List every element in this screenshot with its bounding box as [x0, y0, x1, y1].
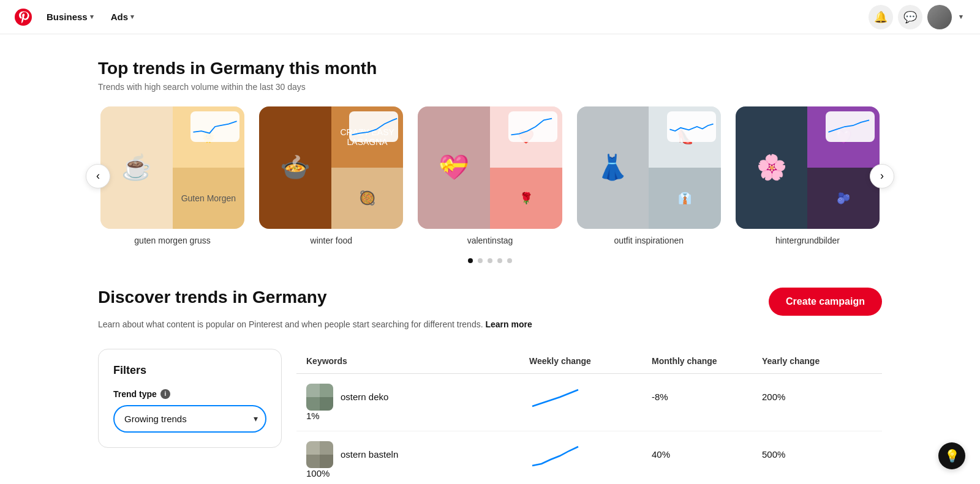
table-row-2[interactable]: ostern basteln 40% 500% 100%	[296, 431, 882, 484]
trend-card-2[interactable]: 🍲 CRAZY EASY LASAGNA 🥘 winter food	[259, 106, 403, 246]
dot-4[interactable]	[497, 258, 502, 263]
top-trends-title: Top trends in Germany this month	[98, 59, 882, 78]
dot-3[interactable]	[488, 258, 492, 263]
keyword-cell-1: ostern deko	[306, 384, 529, 411]
trend-card-1[interactable]: ☕ 🌞 Guten Morgen guten morgen gruss	[100, 106, 244, 246]
trend-chart-overlay-1	[190, 111, 239, 142]
trend-card-images-1: ☕ 🌞 Guten Morgen	[100, 106, 244, 229]
discover-subtitle: Learn about what content is popular on P…	[98, 319, 882, 329]
business-menu[interactable]: Business ▾	[39, 7, 101, 27]
top-navigation: Business ▾ Ads ▾ 🔔 💬 ▾	[0, 0, 980, 34]
business-label: Business	[47, 12, 88, 22]
row-chart-2	[529, 442, 584, 467]
trend-img-5a: 🌸	[736, 106, 808, 229]
keyword-text-1: ostern deko	[341, 392, 388, 402]
mini-chart-5	[826, 114, 875, 139]
trend-type-select[interactable]: Growing trends Top trends New trends Sea…	[113, 405, 266, 433]
trend-img-2c: 🥘	[331, 168, 404, 229]
trend-img-1c: Guten Morgen	[173, 168, 245, 229]
trend-img-3a: 💝	[418, 106, 490, 229]
dot-2[interactable]	[478, 258, 483, 263]
lightbulb-icon: 💡	[944, 449, 960, 463]
business-chevron: ▾	[90, 13, 94, 21]
header-monthly: Monthly change	[652, 356, 762, 366]
weekly-change-1: -8%	[652, 392, 762, 402]
thumb-sq-1a	[306, 384, 320, 397]
account-expand[interactable]: ▾	[957, 13, 965, 21]
lightbulb-button[interactable]: 💡	[938, 442, 965, 469]
header-yearly: Yearly change	[762, 356, 872, 366]
monthly-change-2: 500%	[762, 449, 872, 460]
carousel-next-button[interactable]: ›	[870, 164, 894, 188]
mini-chart-2	[349, 114, 398, 139]
discover-heading-group: Discover trends in Germany	[98, 288, 326, 311]
thumb-grid-2	[306, 441, 333, 468]
messages-icon: 💬	[903, 10, 917, 24]
carousel-dots	[98, 258, 882, 263]
carousel-items-container: ☕ 🌞 Guten Morgen guten morgen gruss	[98, 106, 882, 246]
notifications-button[interactable]: 🔔	[869, 5, 893, 29]
pinterest-logo[interactable]	[15, 9, 32, 26]
mini-chart-3	[508, 114, 557, 139]
trend-label-3: valentinstag	[467, 236, 513, 245]
create-campaign-button[interactable]: Create campaign	[769, 288, 882, 316]
trend-type-label-row: Trend type i	[113, 389, 266, 399]
chart-cell-1	[529, 385, 652, 409]
chart-cell-2	[529, 442, 652, 467]
ads-chevron: ▾	[130, 13, 134, 21]
trend-chart-overlay-5	[826, 111, 875, 142]
messages-button[interactable]: 💬	[898, 5, 922, 29]
thumb-sq-2a	[306, 441, 320, 455]
monthly-change-1: 200%	[762, 392, 872, 402]
nav-left: Business ▾ Ads ▾	[15, 7, 141, 27]
discover-title: Discover trends in Germany	[98, 288, 326, 307]
header-keywords: Keywords	[306, 356, 529, 366]
discover-header: Discover trends in Germany Create campai…	[98, 288, 882, 316]
ads-menu[interactable]: Ads ▾	[104, 7, 141, 27]
trend-card-3[interactable]: 💝 ❤️ 🌹 valentinstag	[418, 106, 562, 246]
top-trends-subtitle: Trends with high search volume within th…	[98, 82, 882, 92]
table-header-row: Keywords Weekly change Monthly change Ye…	[296, 349, 882, 374]
filters-panel: Filters Trend type i Growing trends Top …	[98, 349, 282, 448]
trend-card-4[interactable]: 👗 👠 👔 outfit inspirationen	[577, 106, 721, 246]
learn-more-link[interactable]: Learn more	[485, 319, 532, 329]
chevron-left-icon: ‹	[96, 169, 100, 182]
keyword-cell-2: ostern basteln	[306, 441, 529, 468]
thumb-sq-2d	[320, 455, 333, 468]
keyword-text-2: ostern basteln	[341, 449, 398, 460]
trend-label-2: winter food	[311, 236, 352, 245]
trend-img-2a: 🍲	[259, 106, 331, 229]
trend-chart-overlay-2	[349, 111, 398, 142]
table-row-1[interactable]: ostern deko -8% 200% 1%	[296, 374, 882, 431]
dot-1[interactable]	[468, 258, 473, 263]
thumb-sq-2b	[320, 441, 333, 455]
content-area: Filters Trend type i Growing trends Top …	[98, 349, 882, 484]
trend-card-images-5: 🌸 💜 🫐	[736, 106, 880, 229]
keyword-thumb-2	[306, 441, 333, 468]
trend-label-4: outfit inspirationen	[614, 236, 684, 245]
trends-carousel: ‹ ☕ 🌞 Guten Morgen guten	[98, 106, 882, 246]
trend-type-label: Trend type	[113, 389, 157, 399]
mini-chart-1	[190, 114, 239, 139]
user-avatar[interactable]	[927, 5, 952, 29]
mini-chart-4	[667, 114, 716, 139]
trend-img-1a: ☕	[100, 106, 173, 229]
thumb-sq-1d	[320, 397, 333, 411]
trend-type-select-wrapper: Growing trends Top trends New trends Sea…	[113, 405, 266, 433]
trend-card-5[interactable]: 🌸 💜 🫐 hintergrundbilder	[736, 106, 880, 246]
trend-card-images-4: 👗 👠 👔	[577, 106, 721, 229]
thumb-sq-2c	[306, 455, 320, 468]
row-chart-1	[529, 385, 584, 409]
thumb-sq-1c	[306, 397, 320, 411]
thumb-grid-1	[306, 384, 333, 411]
top-trends-section: Top trends in Germany this month Trends …	[98, 59, 882, 263]
carousel-prev-button[interactable]: ‹	[86, 164, 110, 188]
filters-title: Filters	[113, 364, 266, 377]
thumb-sq-1b	[320, 384, 333, 397]
keyword-thumb-1	[306, 384, 333, 411]
avatar-placeholder	[927, 5, 952, 29]
dot-5[interactable]	[507, 258, 512, 263]
trend-type-info-icon[interactable]: i	[160, 389, 170, 399]
trend-label-1: guten morgen gruss	[134, 236, 211, 245]
header-weekly: Weekly change	[529, 356, 652, 366]
